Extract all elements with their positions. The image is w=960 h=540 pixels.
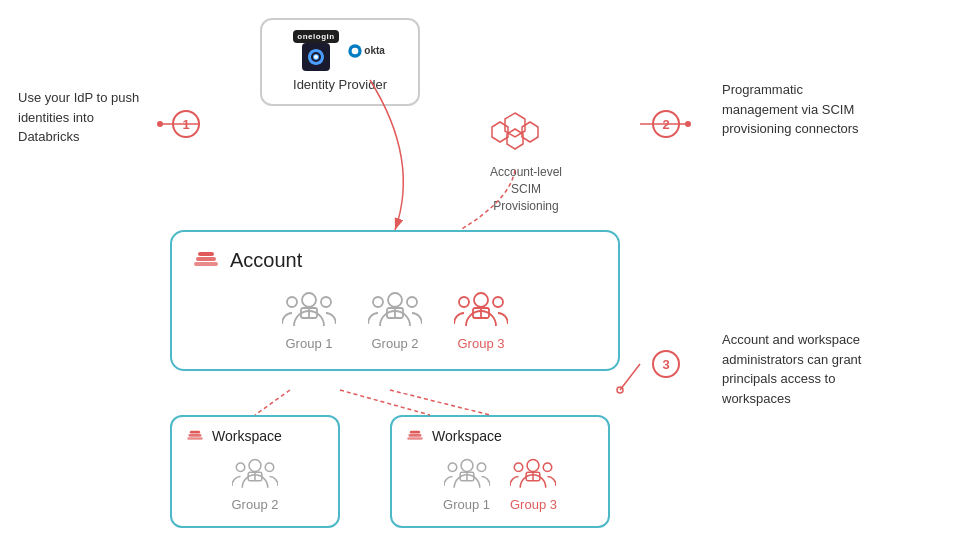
svg-point-38 [461,460,473,472]
ws1-group-2-icon [232,455,278,493]
ws1-group-2-label: Group 2 [232,497,279,512]
svg-point-32 [265,463,274,472]
account-box: Account Group 1 [170,230,620,371]
left-description: Use your IdP to push identities into Dat… [18,88,158,147]
svg-rect-36 [409,434,422,437]
svg-point-14 [321,297,331,307]
scim-section: Account-level SCIM Provisioning [490,108,562,214]
svg-point-1 [314,55,318,59]
svg-line-55 [620,364,640,390]
svg-point-22 [474,293,488,307]
svg-point-40 [477,463,486,472]
workspace-2-groups: Group 1 Group 3 [406,455,594,512]
account-group-2: Group 2 [368,288,422,351]
ws2-group-3-label: Group 3 [510,497,557,512]
workspace-2-title: Workspace [432,428,502,444]
step-2-circle: 2 [652,110,680,138]
svg-rect-10 [196,257,216,261]
svg-point-24 [493,297,503,307]
account-group-2-label: Group 2 [372,336,419,351]
workspace-1-header: Workspace [186,427,324,445]
svg-point-31 [236,463,245,472]
workspace-1-box: Workspace Group 2 [170,415,340,528]
svg-point-23 [459,297,469,307]
group-2-icon [368,288,422,332]
scim-line2: SCIM [511,182,541,196]
svg-line-52 [255,390,290,415]
svg-rect-27 [187,437,202,440]
svg-point-3 [351,47,358,54]
databricks-icon [192,246,220,274]
group-1-icon [282,288,336,332]
account-group-3: Group 3 [454,288,508,351]
workspace-1-groups: Group 2 [186,455,324,512]
svg-rect-37 [410,431,420,434]
svg-line-54 [390,390,490,415]
svg-rect-9 [194,262,218,266]
svg-rect-28 [189,434,202,437]
ws2-group-1-label: Group 1 [443,497,490,512]
svg-text:okta: okta [364,45,385,56]
svg-point-19 [407,297,417,307]
account-group-1: Group 1 [282,288,336,351]
svg-rect-35 [407,437,422,440]
okta-logo: okta [347,40,387,62]
ws2-group-3-icon [510,455,556,493]
idp-label: Identity Provider [293,77,387,92]
group-3-icon [454,288,508,332]
svg-point-30 [249,460,261,472]
diagram-container: Use your IdP to push identities into Dat… [0,0,960,540]
svg-point-43 [528,460,540,472]
svg-rect-29 [190,431,200,434]
ws2-group-1-icon [444,455,490,493]
account-header: Account [192,246,598,274]
identity-provider-box: onelogin okta Identity Provider [260,18,420,106]
workspace-2-icon [406,427,424,445]
svg-point-18 [373,297,383,307]
step-1-circle: 1 [172,110,200,138]
svg-point-45 [544,463,553,472]
svg-line-53 [340,390,430,415]
account-group-1-label: Group 1 [286,336,333,351]
idp-logos: onelogin okta [293,30,386,71]
workspace-1-title: Workspace [212,428,282,444]
svg-marker-6 [507,129,523,149]
ws2-group-3: Group 3 [510,455,557,512]
svg-point-39 [448,463,457,472]
scim-icon [490,108,540,158]
right-description-3: Account and workspace administrators can… [722,330,942,408]
svg-point-12 [302,293,316,307]
account-group-3-label: Group 3 [458,336,505,351]
svg-point-44 [515,463,524,472]
ws2-group-1: Group 1 [443,455,490,512]
svg-point-13 [287,297,297,307]
account-groups-row: Group 1 Group 2 [192,288,598,351]
svg-point-51 [685,121,691,127]
onelogin-logo: onelogin [293,30,338,43]
svg-rect-11 [198,252,214,256]
onelogin-icon [302,43,330,71]
workspace-2-header: Workspace [406,427,594,445]
svg-point-56 [617,387,623,393]
svg-point-17 [388,293,402,307]
workspace-1-icon [186,427,204,445]
step-3-circle: 3 [652,350,680,378]
scim-line3: Provisioning [493,199,558,213]
right-description-2: Programmatic management via SCIM provisi… [722,80,942,139]
scim-line1: Account-level [490,165,562,179]
workspace-2-box: Workspace Group 1 [390,415,610,528]
ws1-group-2: Group 2 [232,455,279,512]
account-title: Account [230,249,302,272]
